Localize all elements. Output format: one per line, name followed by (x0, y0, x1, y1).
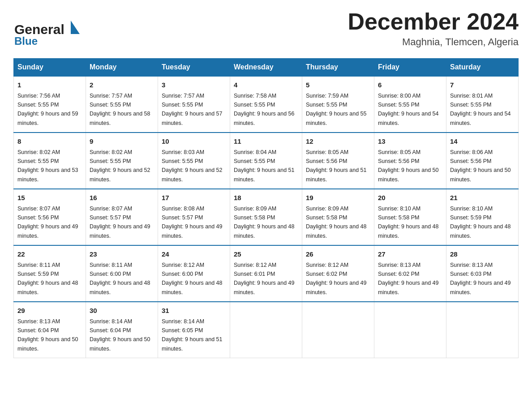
day-number: 10 (162, 137, 226, 147)
calendar-cell: 8Sunrise: 8:02 AMSunset: 5:55 PMDaylight… (14, 133, 86, 189)
day-info: Sunrise: 8:12 AMSunset: 6:01 PMDaylight:… (234, 262, 295, 295)
page-subtitle: Maghnia, Tlemcen, Algeria (348, 36, 519, 48)
day-number: 20 (378, 193, 442, 203)
calendar-cell: 19Sunrise: 8:09 AMSunset: 5:58 PMDayligh… (302, 189, 374, 245)
day-number: 14 (450, 137, 515, 147)
day-info: Sunrise: 8:02 AMSunset: 5:55 PMDaylight:… (90, 149, 150, 183)
calendar-cell: 3Sunrise: 7:57 AMSunset: 5:55 PMDaylight… (158, 76, 230, 133)
day-number: 23 (90, 249, 154, 260)
day-info: Sunrise: 8:08 AMSunset: 5:57 PMDaylight:… (162, 206, 223, 239)
day-info: Sunrise: 8:04 AMSunset: 5:55 PMDaylight:… (234, 149, 295, 183)
calendar-cell: 21Sunrise: 8:10 AMSunset: 5:59 PMDayligh… (446, 189, 519, 245)
day-info: Sunrise: 8:14 AMSunset: 6:04 PMDaylight:… (90, 318, 150, 352)
day-info: Sunrise: 8:12 AMSunset: 6:00 PMDaylight:… (162, 262, 223, 295)
calendar-cell: 1Sunrise: 7:56 AMSunset: 5:55 PMDaylight… (14, 76, 86, 133)
header-friday: Friday (374, 59, 446, 77)
week-row-4: 22Sunrise: 8:11 AMSunset: 5:59 PMDayligh… (14, 245, 519, 302)
calendar-cell: 14Sunrise: 8:06 AMSunset: 5:56 PMDayligh… (446, 133, 519, 189)
day-number: 28 (450, 249, 515, 260)
svg-text:Blue: Blue (14, 35, 38, 47)
header-wednesday: Wednesday (230, 59, 302, 77)
day-number: 31 (162, 306, 226, 316)
calendar-cell (230, 302, 302, 358)
calendar-cell (446, 302, 519, 358)
day-number: 4 (234, 80, 298, 90)
day-number: 24 (162, 249, 226, 260)
day-info: Sunrise: 8:11 AMSunset: 6:00 PMDaylight:… (90, 262, 150, 295)
week-row-1: 1Sunrise: 7:56 AMSunset: 5:55 PMDaylight… (14, 76, 519, 133)
calendar-cell: 2Sunrise: 7:57 AMSunset: 5:55 PMDaylight… (86, 76, 158, 133)
header-monday: Monday (86, 59, 158, 77)
page-title: December 2024 (348, 9, 519, 34)
calendar-cell (302, 302, 374, 358)
logo: General Blue (13, 9, 85, 50)
day-info: Sunrise: 8:13 AMSunset: 6:04 PMDaylight:… (17, 318, 78, 352)
title-block: December 2024 Maghnia, Tlemcen, Algeria (348, 9, 519, 48)
day-number: 2 (90, 80, 154, 90)
calendar-cell: 9Sunrise: 8:02 AMSunset: 5:55 PMDaylight… (86, 133, 158, 189)
calendar-cell: 6Sunrise: 8:00 AMSunset: 5:55 PMDaylight… (374, 76, 446, 133)
day-info: Sunrise: 8:12 AMSunset: 6:02 PMDaylight:… (306, 262, 367, 295)
day-info: Sunrise: 8:00 AMSunset: 5:55 PMDaylight:… (378, 93, 439, 126)
calendar-cell: 17Sunrise: 8:08 AMSunset: 5:57 PMDayligh… (158, 189, 230, 245)
week-row-2: 8Sunrise: 8:02 AMSunset: 5:55 PMDaylight… (14, 133, 519, 189)
day-number: 30 (90, 306, 154, 316)
calendar-cell: 30Sunrise: 8:14 AMSunset: 6:04 PMDayligh… (86, 302, 158, 358)
day-info: Sunrise: 8:07 AMSunset: 5:56 PMDaylight:… (17, 206, 78, 239)
day-info: Sunrise: 8:01 AMSunset: 5:55 PMDaylight:… (450, 93, 511, 126)
day-info: Sunrise: 7:57 AMSunset: 5:55 PMDaylight:… (90, 93, 150, 126)
day-number: 18 (234, 193, 298, 203)
day-info: Sunrise: 8:09 AMSunset: 5:58 PMDaylight:… (306, 206, 367, 239)
calendar-cell: 24Sunrise: 8:12 AMSunset: 6:00 PMDayligh… (158, 245, 230, 302)
day-number: 7 (450, 80, 515, 90)
calendar-cell: 20Sunrise: 8:10 AMSunset: 5:58 PMDayligh… (374, 189, 446, 245)
day-number: 9 (90, 137, 154, 147)
day-info: Sunrise: 7:56 AMSunset: 5:55 PMDaylight:… (17, 93, 78, 126)
week-row-3: 15Sunrise: 8:07 AMSunset: 5:56 PMDayligh… (14, 189, 519, 245)
day-number: 17 (162, 193, 226, 203)
day-number: 27 (378, 249, 442, 260)
svg-marker-1 (71, 21, 80, 34)
day-number: 1 (17, 80, 82, 90)
day-info: Sunrise: 7:57 AMSunset: 5:55 PMDaylight:… (162, 93, 223, 126)
day-info: Sunrise: 8:10 AMSunset: 5:58 PMDaylight:… (378, 206, 439, 239)
calendar-cell: 16Sunrise: 8:07 AMSunset: 5:57 PMDayligh… (86, 189, 158, 245)
calendar-cell: 22Sunrise: 8:11 AMSunset: 5:59 PMDayligh… (14, 245, 86, 302)
calendar-cell: 5Sunrise: 7:59 AMSunset: 5:55 PMDaylight… (302, 76, 374, 133)
day-number: 3 (162, 80, 226, 90)
day-info: Sunrise: 8:09 AMSunset: 5:58 PMDaylight:… (234, 206, 295, 239)
calendar-cell: 13Sunrise: 8:05 AMSunset: 5:56 PMDayligh… (374, 133, 446, 189)
calendar-cell: 27Sunrise: 8:13 AMSunset: 6:02 PMDayligh… (374, 245, 446, 302)
day-info: Sunrise: 8:13 AMSunset: 6:03 PMDaylight:… (450, 262, 511, 295)
day-number: 22 (17, 249, 82, 260)
day-number: 8 (17, 137, 82, 147)
calendar-cell: 12Sunrise: 8:05 AMSunset: 5:56 PMDayligh… (302, 133, 374, 189)
calendar-cell: 11Sunrise: 8:04 AMSunset: 5:55 PMDayligh… (230, 133, 302, 189)
day-info: Sunrise: 8:03 AMSunset: 5:55 PMDaylight:… (162, 149, 223, 183)
calendar-cell: 25Sunrise: 8:12 AMSunset: 6:01 PMDayligh… (230, 245, 302, 302)
day-info: Sunrise: 8:02 AMSunset: 5:55 PMDaylight:… (17, 149, 78, 183)
day-number: 16 (90, 193, 154, 203)
day-info: Sunrise: 8:13 AMSunset: 6:02 PMDaylight:… (378, 262, 439, 295)
day-number: 12 (306, 137, 370, 147)
header-sunday: Sunday (14, 59, 86, 77)
day-info: Sunrise: 8:07 AMSunset: 5:57 PMDaylight:… (90, 206, 150, 239)
day-number: 19 (306, 193, 370, 203)
calendar-header-row: SundayMondayTuesdayWednesdayThursdayFrid… (14, 59, 519, 77)
day-info: Sunrise: 8:14 AMSunset: 6:05 PMDaylight:… (162, 318, 223, 352)
calendar-cell: 23Sunrise: 8:11 AMSunset: 6:00 PMDayligh… (86, 245, 158, 302)
day-number: 13 (378, 137, 442, 147)
calendar-cell: 18Sunrise: 8:09 AMSunset: 5:58 PMDayligh… (230, 189, 302, 245)
day-number: 6 (378, 80, 442, 90)
calendar-table: SundayMondayTuesdayWednesdayThursdayFrid… (13, 58, 519, 358)
day-number: 29 (17, 306, 82, 316)
calendar-cell: 29Sunrise: 8:13 AMSunset: 6:04 PMDayligh… (14, 302, 86, 358)
day-number: 11 (234, 137, 298, 147)
calendar-cell: 31Sunrise: 8:14 AMSunset: 6:05 PMDayligh… (158, 302, 230, 358)
header-tuesday: Tuesday (158, 59, 230, 77)
day-number: 25 (234, 249, 298, 260)
day-info: Sunrise: 7:58 AMSunset: 5:55 PMDaylight:… (234, 93, 295, 126)
day-number: 26 (306, 249, 370, 260)
calendar-cell: 26Sunrise: 8:12 AMSunset: 6:02 PMDayligh… (302, 245, 374, 302)
day-number: 21 (450, 193, 515, 203)
